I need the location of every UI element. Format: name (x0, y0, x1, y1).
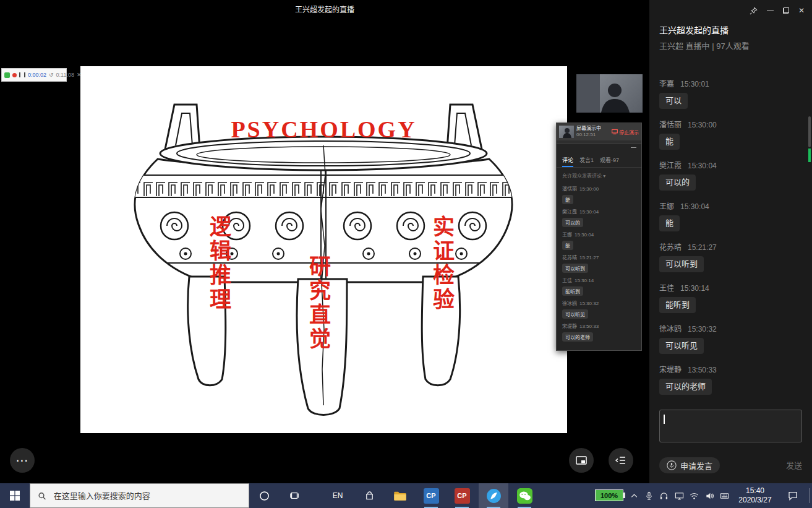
more-options-button[interactable]: ⋯ (10, 448, 35, 473)
recorder-app-icon (4, 72, 10, 78)
taskbar-clock[interactable]: 15:40 2020/3/27 (733, 486, 777, 505)
pin-icon[interactable] (750, 7, 758, 15)
cp-blue-app-icon[interactable]: CP (416, 483, 446, 508)
message-author: 潘恬丽 (659, 121, 682, 129)
more-icon: ⋯ (16, 453, 29, 468)
record-indicator-icon (12, 73, 17, 77)
search-input[interactable] (53, 491, 241, 501)
message-bubble: 可以 (659, 93, 688, 109)
recorder-close-icon[interactable]: ✕ (77, 72, 82, 78)
screen-recorder-toolbar[interactable]: 0:00:02 ↺ 0:11:08 ✕ (1, 68, 67, 82)
cortana-icon (259, 491, 270, 501)
mini-chat-message: 樊江霞15:30:04 可以的 (562, 208, 636, 228)
minimize-icon[interactable] (767, 11, 774, 11)
mini-message-bubble: 能 (562, 195, 573, 204)
layout-icon (575, 454, 588, 467)
battery-percent: 100% (600, 492, 618, 499)
chat-message: 樊江霞15:30:04 可以的 (659, 160, 800, 191)
store-icon[interactable] (354, 483, 384, 508)
presenter-video-tile[interactable] (576, 74, 643, 113)
chat-message: 花苏晴15:21:27 可以听到 (659, 241, 800, 272)
cp-red-app-icon[interactable]: CP (447, 483, 477, 508)
taskbar-search[interactable] (30, 483, 249, 508)
chat-scrollbar[interactable] (808, 116, 811, 147)
chat-input[interactable] (660, 410, 801, 442)
file-explorer-icon[interactable] (385, 483, 415, 508)
allow-comments-label: 允许观众发表评论 (562, 173, 602, 179)
language-indicator[interactable]: EN (328, 483, 348, 508)
mini-tab-viewers[interactable]: 观看·97 (600, 156, 619, 164)
screen-share-monitor-window: 屏幕演示中 00:12:51 停止演示 评论 发言1 观看·97 允许观众发表评… (556, 123, 642, 351)
stop-share-button[interactable]: 停止演示 (612, 129, 639, 136)
undo-icon[interactable]: ↺ (49, 72, 54, 78)
mini-tab-comments[interactable]: 评论 (562, 156, 573, 164)
mini-chat-tabs: 评论 发言1 观看·97 (557, 144, 641, 168)
folder-icon (393, 491, 407, 501)
tray-network-icon[interactable] (688, 491, 699, 501)
mini-message-author: 宋堤静 (562, 324, 577, 329)
send-button[interactable]: 发送 (786, 459, 802, 471)
mini-chat-message: 王娜15:30:04 能 (562, 231, 636, 251)
meeting-app-icon[interactable] (479, 483, 508, 508)
chevron-down-icon: ▾ (603, 173, 605, 179)
cp-badge: CP (455, 488, 470, 504)
chat-panel-toggle-button[interactable] (609, 448, 633, 473)
request-speak-label: 申请发言 (680, 460, 712, 471)
chat-message: 王佳15:30:14 能听到 (659, 282, 800, 313)
message-time: 15:30:00 (688, 121, 717, 129)
desktop: 王兴超发起的直播 (0, 0, 812, 508)
presentation-slide: PSYCHOLOGY (80, 66, 567, 433)
mini-minimize-icon[interactable] (631, 147, 636, 148)
tray-chevron-up-icon[interactable] (628, 491, 639, 501)
allow-comments-dropdown[interactable]: 允许观众发表评论 ▾ (557, 168, 641, 180)
mini-message-author: 樊江霞 (562, 209, 577, 215)
stop-share-label: 停止演示 (619, 129, 639, 136)
message-author: 李嘉 (659, 80, 674, 88)
request-speak-button[interactable]: 申请发言 (659, 457, 720, 473)
message-author: 王娜 (659, 202, 674, 211)
mini-message-bubble: 可以听见 (562, 309, 588, 319)
mini-message-author: 王佳 (562, 278, 572, 283)
message-time: 15:30:32 (688, 325, 717, 334)
message-bubble: 可以的老师 (659, 379, 712, 395)
wechat-icon[interactable] (510, 483, 539, 508)
pause-icon[interactable] (19, 72, 25, 77)
message-bubble: 能 (659, 134, 680, 150)
task-view-button[interactable] (280, 483, 309, 508)
action-center-icon[interactable] (779, 483, 806, 508)
tray-keyboard-icon[interactable] (719, 491, 730, 501)
chat-input-box[interactable] (659, 410, 802, 442)
windows-logo-icon (10, 491, 20, 501)
start-button[interactable] (0, 483, 30, 508)
message-time: 15:30:04 (688, 161, 717, 170)
tray-display-icon[interactable] (673, 491, 685, 501)
mini-message-author: 王娜 (562, 232, 572, 238)
window-controls: ✕ (750, 6, 805, 15)
show-desktop-button[interactable] (809, 488, 810, 503)
share-status-bar: 屏幕演示中 00:12:51 停止演示 (557, 123, 641, 140)
share-duration: 00:12:51 (576, 132, 601, 138)
search-icon (38, 491, 46, 501)
tray-volume-icon[interactable] (704, 491, 715, 501)
close-icon[interactable]: ✕ (798, 7, 805, 14)
tray-headset-icon[interactable] (658, 491, 669, 501)
mini-message-time: 13:50:33 (579, 324, 599, 329)
message-author: 王佳 (659, 284, 674, 293)
recorder-total: 0:11:08 (56, 72, 74, 78)
mini-chat-message: 徐冰鸥15:30:32 可以听见 (562, 299, 636, 320)
tray-mic-icon[interactable] (643, 491, 654, 501)
task-view-icon (289, 491, 299, 501)
message-author: 樊江霞 (659, 161, 682, 170)
message-time: 15:30:04 (680, 202, 709, 211)
mini-message-bubble: 可以的老师 (562, 332, 593, 342)
mini-tab-speaking[interactable]: 发言1 (579, 156, 594, 164)
mini-message-bubble: 可以听到 (562, 264, 588, 273)
restore-icon[interactable] (783, 7, 789, 14)
mini-chat-message: 宋堤静13:50:33 可以的老师 (562, 322, 636, 343)
mini-message-time: 15:30:04 (575, 232, 594, 238)
layout-toggle-button[interactable] (569, 448, 594, 473)
battery-indicator[interactable]: 100% (595, 489, 623, 501)
chat-message: 宋堤静13:50:33 可以的老师 (659, 364, 800, 395)
cortana-button[interactable] (249, 483, 279, 508)
mini-message-bubble: 能听到 (562, 286, 583, 296)
